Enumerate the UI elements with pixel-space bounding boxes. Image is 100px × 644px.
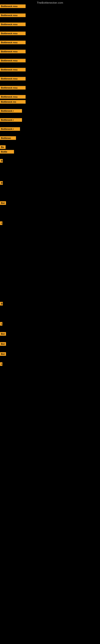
bottleneck-result-item[interactable]: Bot [0, 332, 6, 336]
bottleneck-result-item[interactable]: Bottleneck resu [0, 68, 26, 72]
bottleneck-result-item[interactable]: I [0, 322, 2, 326]
bottleneck-result-item[interactable]: B [0, 159, 3, 162]
bottleneck-result-item[interactable]: Bottleneck resu [0, 50, 26, 53]
bottleneck-result-item[interactable]: Bottleneck resu [0, 4, 26, 8]
bottleneck-result-item[interactable]: Bo [0, 145, 6, 149]
bottleneck-result-item[interactable]: Bottleneck r [0, 109, 22, 113]
bottleneck-result-item[interactable]: I [0, 222, 2, 225]
bottleneck-result-item[interactable]: Bot [0, 201, 6, 205]
bottleneck-result-item[interactable]: Bottleneck resu [0, 22, 26, 26]
bottleneck-result-item[interactable]: Bottleneck r [0, 127, 20, 131]
bottleneck-result-item[interactable]: Bottleneck resu [0, 95, 26, 98]
bottleneck-result-item[interactable]: Bottleneck resu [0, 32, 26, 35]
bottleneck-result-item[interactable]: Bot [0, 342, 6, 346]
bottleneck-result-item[interactable]: I [0, 362, 2, 366]
bottleneck-result-item[interactable]: Bot [0, 352, 6, 356]
bottleneck-result-item[interactable]: Bottleneck resu [0, 86, 26, 90]
bottleneck-result-item[interactable]: Bottleneck resu [0, 77, 26, 80]
bottleneck-result-item[interactable]: Bottlenec [0, 136, 16, 140]
bottleneck-result-item[interactable]: Bottleneck r [0, 118, 22, 122]
bottleneck-result-item[interactable]: Bottleneck resu [0, 14, 26, 17]
bottleneck-result-item[interactable]: Bottleneck resu [0, 41, 26, 44]
bottleneck-result-item[interactable]: Bottleneck resu [0, 59, 26, 62]
bottleneck-result-item[interactable]: Bottle [0, 150, 14, 154]
bottleneck-result-item[interactable]: Bottleneck res [0, 100, 26, 104]
bottleneck-result-item[interactable]: B [0, 302, 3, 306]
bottleneck-result-item[interactable]: B [0, 181, 3, 185]
